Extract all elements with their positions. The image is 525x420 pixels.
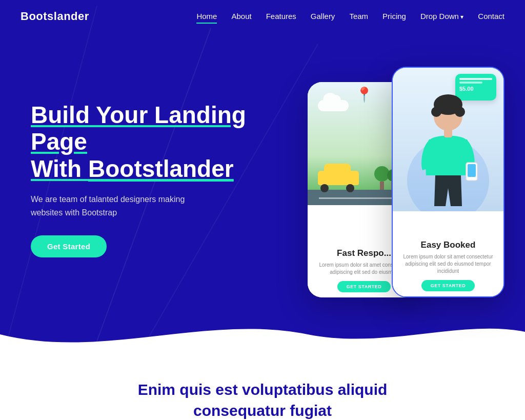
hero-heading: Build Your Landing Page With Bootstlande… <box>31 102 277 183</box>
nav-link-about[interactable]: About <box>231 12 251 21</box>
taxi-wheel-right <box>346 184 354 192</box>
hero-cta-button[interactable]: Get Started <box>31 235 107 257</box>
hero-brand-highlight: Bootstlander <box>88 155 234 182</box>
phone-front-subtitle: Lorem ipsum dolor sit amet consectetur a… <box>400 253 496 275</box>
hero-text-block: Build Your Landing Page With Bootstlande… <box>31 102 277 258</box>
nav-item-contact[interactable]: Contact <box>478 12 504 21</box>
brand-logo[interactable]: Bootslander <box>21 10 89 23</box>
svg-point-2 <box>431 107 441 117</box>
phone-front-title: Easy Booked <box>400 240 496 250</box>
svg-rect-5 <box>468 164 476 177</box>
nav-link-team[interactable]: Team <box>349 12 368 21</box>
hero-heading-line2: With Bootstlander <box>31 155 234 182</box>
payment-line-2 <box>459 82 482 84</box>
person-illustration <box>415 88 481 211</box>
nav-link-home[interactable]: Home <box>196 12 217 21</box>
taxi-wheel-left <box>320 184 329 192</box>
phone-front-cta[interactable]: GET STARTED <box>421 280 475 291</box>
nav-item-dropdown[interactable]: Drop Down <box>420 12 463 21</box>
person-scene: $5.00 <box>393 68 503 211</box>
phone-front-screen: $5.00 <box>393 68 503 233</box>
taxi-body <box>318 171 359 185</box>
phone-back-cta[interactable]: GET STARTED <box>337 281 391 292</box>
nav-item-team[interactable]: Team <box>349 12 368 21</box>
hero-section: Build Your Landing Page With Bootstlande… <box>0 0 525 349</box>
nav-link-gallery[interactable]: Gallery <box>311 12 335 21</box>
section-heading: Enim quis est voluptatibus aliquid conse… <box>109 379 416 420</box>
map-pin-icon: 📍 <box>355 86 373 103</box>
svg-rect-6 <box>444 128 452 137</box>
cloud-decoration <box>318 100 349 111</box>
phone-mockup-front: $5.00 <box>392 67 504 297</box>
nav-link-dropdown[interactable]: Drop Down <box>420 12 463 21</box>
nav-item-features[interactable]: Features <box>266 12 296 21</box>
nav-link-contact[interactable]: Contact <box>478 12 504 21</box>
hero-subtext: We are team of talanted designers making… <box>31 193 215 219</box>
hero-phones: 📍 <box>297 46 504 313</box>
nav-link-features[interactable]: Features <box>266 12 296 21</box>
hero-heading-line1: Build Your Landing Page <box>31 102 246 155</box>
nav-link-pricing[interactable]: Pricing <box>382 12 406 21</box>
phone-front-info: Easy Booked Lorem ipsum dolor sit amet c… <box>393 233 503 296</box>
nav-item-about[interactable]: About <box>231 12 251 21</box>
svg-point-3 <box>455 107 465 117</box>
taxi-vehicle <box>313 169 364 192</box>
nav-menu: Home About Features Gallery Team Pricing… <box>196 12 504 21</box>
hero-content: Build Your Landing Page With Bootstlande… <box>0 5 525 344</box>
payment-card-lines <box>459 78 492 84</box>
navbar: Bootslander Home About Features Gallery … <box>0 0 525 33</box>
nav-item-gallery[interactable]: Gallery <box>311 12 335 21</box>
payment-line-1 <box>459 78 492 80</box>
section-below: Enim quis est voluptatibus aliquid conse… <box>0 349 525 420</box>
nav-item-pricing[interactable]: Pricing <box>382 12 406 21</box>
nav-item-home[interactable]: Home <box>196 12 217 21</box>
